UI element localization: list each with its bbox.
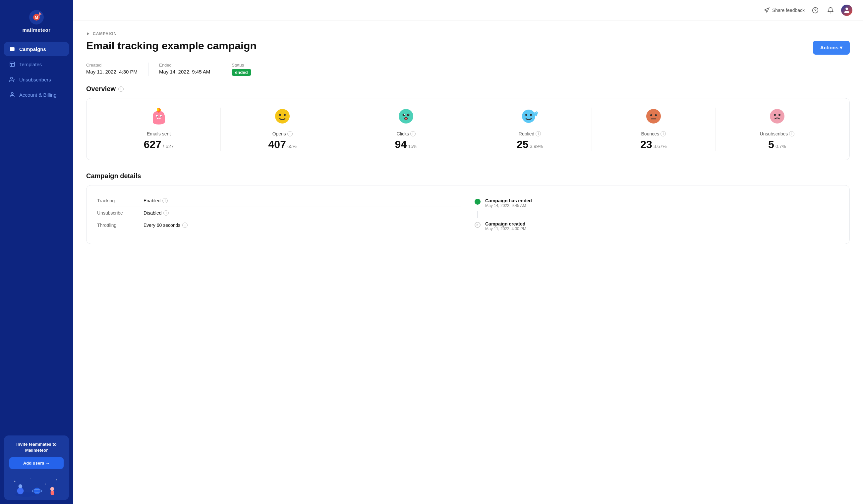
svg-point-28 [157,116,158,117]
clicks-info-icon[interactable]: i [410,131,416,137]
timeline-dot-gray [475,222,480,228]
add-users-button[interactable]: Add users → [9,457,64,469]
svg-point-40 [409,114,409,115]
emails-sent-label: Emails sent [147,131,171,137]
clicks-value: 94 15% [395,139,417,151]
opens-label: Opens i [272,131,293,137]
sidebar-item-campaigns-label: Campaigns [19,46,46,52]
meta-row: Created May 11, 2022, 4:30 PM Ended May … [86,63,850,76]
replied-label: Replied i [519,131,541,137]
sidebar-invite-title: Invite teammates to Mailmeteor [9,441,64,453]
stat-opens: Opens i 407 65% [221,108,344,151]
svg-point-15 [50,487,54,491]
page-header: Email tracking example campaign Actions … [86,39,850,55]
svg-point-39 [404,114,405,115]
overview-info-icon[interactable]: i [118,87,124,92]
bounces-emoji [645,108,662,127]
detail-row-unsubscribe: Unsubscribe Disabled i [97,207,461,219]
notifications-button[interactable] [826,5,835,15]
avatar[interactable] [841,5,852,16]
svg-point-32 [159,108,161,111]
megaphone-icon [764,7,770,13]
svg-point-51 [774,114,776,116]
breadcrumb-text: CAMPAIGN [93,31,117,36]
ended-label: Ended [159,63,210,67]
throttling-info-icon[interactable]: i [182,222,188,228]
campaign-details-title-text: Campaign details [86,172,141,180]
timeline-item-ended: Campaign has ended May 14, 2022, 9:45 AM [475,195,839,211]
help-button[interactable] [811,5,820,15]
templates-icon [9,61,15,67]
svg-point-44 [525,114,527,116]
clicks-emoji [397,108,415,127]
sidebar-item-unsubscribers[interactable]: Unsubscribers [4,73,69,87]
svg-point-34 [279,114,281,116]
sidebar-invite-box: Invite teammates to Mailmeteor Add users… [4,436,69,500]
sidebar-item-campaigns[interactable]: Campaigns [4,42,69,56]
bell-icon [827,7,834,14]
sidebar-item-account-billing[interactable]: Account & Billing [4,88,69,102]
unsubscribe-key: Unsubscribe [97,210,143,216]
svg-rect-16 [51,491,54,495]
svg-point-42 [405,118,407,119]
replied-info-icon[interactable]: i [536,131,541,137]
sidebar-item-templates[interactable]: Templates [4,57,69,71]
unsubscribes-label: Unsubscribes i [760,131,795,137]
created-label: Created [86,63,138,67]
breadcrumb: CAMPAIGN [86,31,850,36]
svg-point-20 [30,478,30,479]
stat-bounces: Bounces i 23 3.67% [592,108,715,151]
sidebar-item-account-billing-label: Account & Billing [19,92,57,98]
avatar-icon [843,7,850,14]
bounces-info-icon[interactable]: i [661,131,666,137]
ended-value: May 14, 2022, 9:45 AM [159,69,210,75]
help-icon [812,7,818,14]
opens-info-icon[interactable]: i [287,131,293,137]
tracking-key: Tracking [97,198,143,203]
page-title: Email tracking example campaign [86,39,257,52]
timeline-content-ended: Campaign has ended May 14, 2022, 9:45 AM [485,198,532,208]
unsubscribe-info-icon[interactable]: i [163,210,169,216]
stat-replied: Replied i 25 3.99% [468,108,592,151]
actions-button[interactable]: Actions ▾ [813,41,850,55]
meta-status: Status ended [232,63,262,76]
opens-value: 407 65% [268,139,297,151]
sidebar-logo: M mailmeteor [0,0,73,39]
details-right: Campaign has ended May 14, 2022, 9:45 AM… [475,195,839,234]
svg-rect-3 [10,62,15,67]
tracking-info-icon[interactable]: i [162,198,168,203]
feedback-label: Share feedback [772,8,805,13]
main-content: Share feedback CAMPA [73,0,863,504]
timeline-title-created: Campaign created [485,221,526,227]
unsubscribes-value: 5 0.7% [768,139,786,151]
content-area: CAMPAIGN Email tracking example campaign… [73,21,863,504]
svg-point-35 [284,114,286,116]
svg-point-17 [14,481,15,482]
logo-text: mailmeteor [22,27,50,33]
timeline-title-ended: Campaign has ended [485,198,532,203]
sidebar-nav: Campaigns Templates Unsubscribers [0,39,73,431]
svg-point-19 [45,483,46,484]
emails-sent-emoji [150,108,167,127]
svg-point-43 [522,109,535,123]
stat-clicks: Clicks i 94 15% [344,108,468,151]
svg-point-13 [34,488,40,494]
breadcrumb-arrow-icon [86,32,90,36]
opens-emoji [274,108,291,127]
detail-row-tracking: Tracking Enabled i [97,195,461,207]
status-value: ended [232,69,251,76]
svg-marker-23 [87,33,89,36]
timeline-item-created: Campaign created May 11, 2022, 4:30 PM [475,218,839,234]
svg-point-46 [646,109,661,124]
svg-point-47 [650,114,652,116]
timeline-dot-green [475,199,480,205]
campaign-details-title: Campaign details [86,172,850,180]
overview-card: Emails sent 627 / 627 [86,98,850,160]
unsubscribers-icon [9,77,15,82]
feedback-button[interactable]: Share feedback [764,7,805,13]
status-badge: ended [232,69,251,76]
tracking-value: Enabled i [143,198,168,203]
svg-point-45 [530,114,532,116]
throttling-key: Throttling [97,222,143,228]
unsubscribes-info-icon[interactable]: i [789,131,795,137]
